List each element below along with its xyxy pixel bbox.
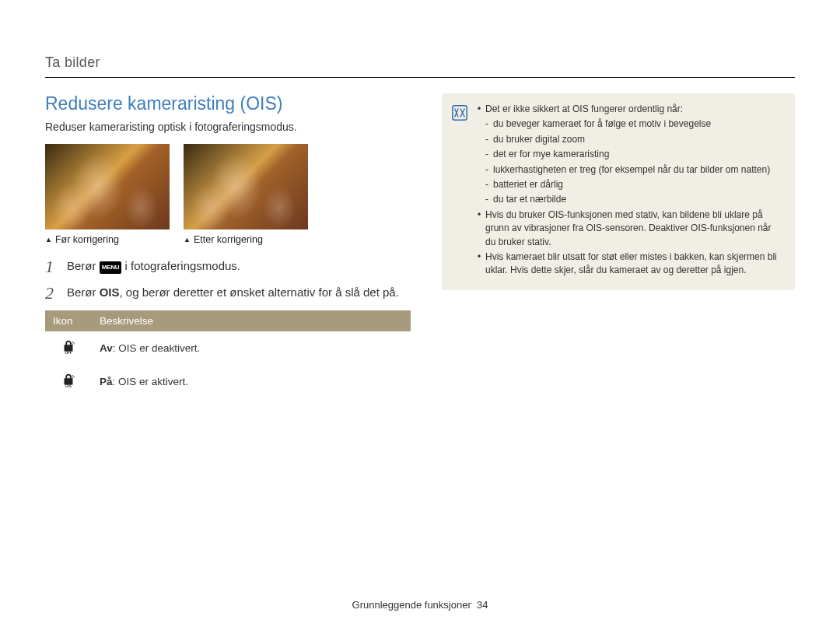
note-icon	[451, 104, 468, 121]
step-2: 2 Berør OIS, og berør deretter et ønsket…	[45, 284, 411, 303]
description-table: Ikon Beskrivelse OFF	[45, 310, 411, 398]
note-list: Det er ikke sikkert at OIS fungerer orde…	[478, 103, 784, 279]
ois-off-icon: OFF	[60, 338, 77, 356]
step-1: 1 Berør MENU i fotograferingsmodus.	[45, 257, 411, 276]
note-subitem: du beveger kameraet for å følge et motiv…	[485, 117, 784, 131]
table-cell: På: OIS er aktivert.	[92, 365, 411, 398]
footer: Grunnleggende funksjoner 34	[0, 599, 840, 611]
note-item: Hvis du bruker OIS-funksjonen med stativ…	[478, 208, 784, 249]
table-header-beskrivelse: Beskrivelse	[92, 310, 411, 331]
before-photo	[45, 144, 170, 229]
ois-on-icon: OIS	[60, 372, 77, 389]
step-number: 1	[45, 257, 58, 276]
subtitle: Reduser kameraristing optisk i fotografe…	[45, 121, 411, 133]
note-subitem: det er for mye kameraristing	[485, 148, 784, 161]
note-subitem: lukkerhastigheten er treg (for eksempel …	[485, 163, 784, 177]
before-caption: ▲Før korrigering	[45, 234, 170, 245]
step-text: Berør OIS, og berør deretter et ønsket a…	[67, 284, 399, 303]
table-row: OIS På: OIS er aktivert.	[45, 365, 411, 398]
note-subitem: du tar et nærbilde	[485, 193, 784, 206]
table-row: OFF Av: OIS er deaktivert.	[45, 331, 411, 365]
svg-text:OIS: OIS	[65, 385, 72, 389]
breadcrumb: Ta bilder	[45, 54, 795, 71]
note-subitem: du bruker digital zoom	[485, 133, 784, 146]
note-item: Hvis kameraet blir utsatt for støt eller…	[478, 250, 784, 278]
step-text: Berør MENU i fotograferingsmodus.	[67, 257, 240, 276]
step-number: 2	[45, 284, 58, 303]
page-title: Redusere kameraristing (OIS)	[45, 93, 411, 114]
table-header-ikon: Ikon	[45, 310, 92, 331]
note-item: Det er ikke sikkert at OIS fungerer orde…	[478, 103, 784, 207]
after-figure: ▲Etter korrigering	[184, 144, 308, 245]
svg-rect-2	[453, 106, 467, 120]
svg-text:OFF: OFF	[65, 352, 72, 356]
after-photo	[184, 144, 308, 229]
divider	[45, 77, 795, 78]
after-caption: ▲Etter korrigering	[184, 234, 308, 245]
menu-icon: MENU	[100, 261, 122, 274]
before-figure: ▲Før korrigering	[45, 144, 170, 245]
note-box: Det er ikke sikkert at OIS fungerer orde…	[442, 93, 795, 290]
table-cell: Av: OIS er deaktivert.	[92, 331, 411, 365]
note-subitem: batteriet er dårlig	[485, 178, 784, 191]
